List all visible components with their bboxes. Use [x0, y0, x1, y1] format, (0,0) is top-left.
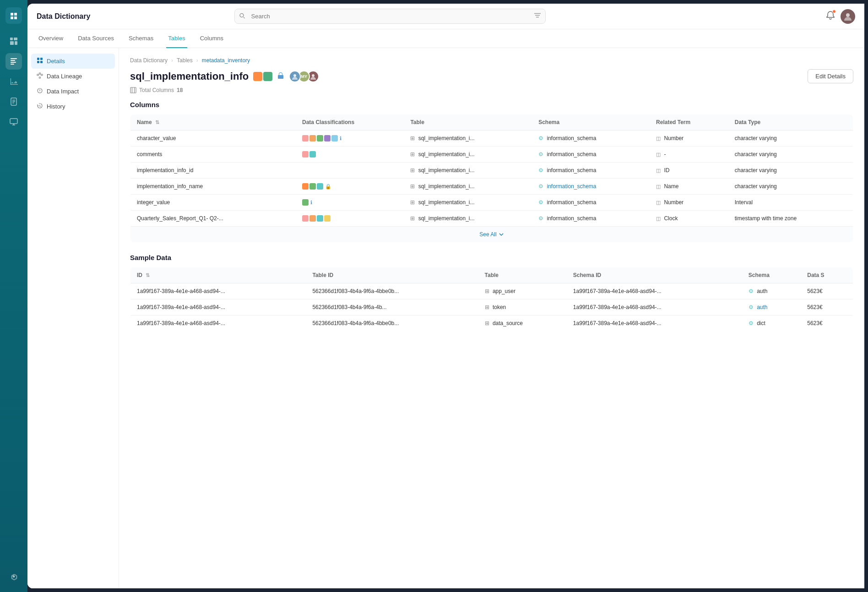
svg-rect-7 [11, 64, 14, 65]
nav-icon-monitor[interactable] [5, 114, 22, 130]
table-icon: ⊞ [485, 320, 489, 326]
cell-name: comments [130, 147, 296, 163]
table-icon: ⊞ [410, 183, 415, 190]
cell-data-type: character varying [728, 130, 853, 147]
total-cols-label: Total Columns [139, 87, 174, 93]
header-actions [826, 9, 855, 24]
table-icon: ⊞ [485, 288, 489, 294]
color-dot [317, 215, 323, 222]
svg-rect-2 [10, 41, 14, 45]
sample-data-heading: Sample Data [130, 254, 853, 261]
tag-green [263, 72, 272, 81]
nav-icon-dashboard[interactable] [5, 33, 22, 49]
breadcrumb-sep-1: › [196, 57, 198, 64]
tab-data-sources[interactable]: Data Sources [76, 29, 116, 48]
rel-term-icon: ◫ [656, 136, 661, 141]
columns-table: Name ⇅ Data Classifications Table Schema… [130, 114, 853, 243]
color-dot [302, 183, 309, 190]
color-dot [309, 135, 316, 141]
page-header-left: sql_implementation_info MY [130, 71, 316, 82]
see-all-button[interactable]: See All [479, 231, 504, 238]
color-dot [302, 215, 309, 222]
nav-icon-reports[interactable] [5, 93, 22, 110]
tab-overview[interactable]: Overview [37, 29, 65, 48]
cell-schema: ⚙ information_schema [532, 163, 650, 179]
sample-cell-table-id: 562366d1f083-4b4a-9f6a-4b... [306, 299, 478, 315]
tab-schemas[interactable]: Schemas [127, 29, 155, 48]
tag-orange [253, 72, 262, 81]
color-dot [309, 183, 316, 190]
breadcrumb-item-0[interactable]: Data Dictionary [130, 57, 168, 64]
sample-cell-table: ⊞ token [478, 299, 567, 315]
filter-icon[interactable] [534, 12, 541, 20]
cell-table: ⊞ sql_implementation_i... [404, 130, 532, 147]
search-icon [239, 12, 245, 20]
nav-tabs: Overview Data Sources Schemas Tables Col… [27, 29, 864, 48]
table-icon: ⊞ [410, 135, 415, 141]
svg-point-13 [240, 13, 244, 17]
schema-link[interactable]: information_schema [547, 183, 596, 190]
sidebar-item-data-lineage[interactable]: Data Lineage [31, 69, 115, 84]
tab-columns[interactable]: Columns [198, 29, 225, 48]
breadcrumb-sep-0: › [171, 57, 173, 64]
notifications-button[interactable] [826, 11, 835, 22]
col-header-related-term: Related Term [650, 114, 728, 130]
color-dot [302, 151, 309, 158]
svg-rect-1 [14, 38, 17, 40]
user-avatar[interactable] [841, 9, 855, 24]
col-header-classifications: Data Classifications [296, 114, 404, 130]
cell-name: implementation_info_id [130, 163, 296, 179]
sidebar-item-details[interactable]: Details [31, 54, 115, 69]
edit-details-button[interactable]: Edit Details [808, 69, 853, 83]
data-impact-icon [37, 87, 43, 95]
svg-rect-5 [11, 60, 15, 61]
sample-cell-table: ⊞ data_source [478, 315, 567, 331]
page-title: sql_implementation_info [130, 71, 249, 82]
details-icon [37, 57, 43, 65]
sample-cell-id: 1a99f167-389a-4e1e-a468-asd94-... [130, 283, 306, 299]
cell-schema: ⚙ information_schema [532, 179, 650, 195]
sidebar-item-details-label: Details [47, 58, 65, 65]
col-header-table: Table [404, 114, 532, 130]
svg-rect-6 [11, 62, 16, 63]
svg-rect-22 [39, 77, 41, 78]
nav-icon-analytics[interactable] [5, 73, 22, 90]
sample-cell-table-id: 562366d1f083-4b4a-9f6a-4bbe0b... [306, 315, 478, 331]
svg-rect-9 [12, 100, 15, 101]
breadcrumb-item-1[interactable]: Tables [177, 57, 193, 64]
see-all-row: See All [130, 227, 853, 243]
tab-tables[interactable]: Tables [166, 29, 187, 48]
cell-name: character_value [130, 130, 296, 147]
breadcrumb-item-2[interactable]: metadata_inventory [202, 57, 250, 64]
nav-icon-data-dict[interactable] [5, 53, 22, 70]
sample-cell-schema: ⚙ auth [742, 283, 801, 299]
sidebar-item-history[interactable]: History [31, 99, 115, 114]
main-wrapper: Data Dictionary Overview Data Sources Sc… [27, 4, 864, 588]
content-area: Data Dictionary › Tables › metadata_inve… [119, 48, 864, 588]
sample-col-header-table: Table [478, 267, 567, 283]
svg-rect-20 [41, 74, 43, 76]
table-icon: ⊞ [410, 199, 415, 206]
sample-schema-link[interactable]: auth [757, 304, 767, 310]
color-dot [309, 151, 316, 158]
sidebar-item-data-impact[interactable]: Data Impact [31, 84, 115, 99]
svg-rect-19 [37, 74, 38, 76]
sample-cell-data-s: 5623€ [801, 283, 853, 299]
cell-data-type: character varying [728, 147, 853, 163]
cell-related-term: ◫ Clock [650, 211, 728, 227]
cell-name: Quarterly_Sales_Report_Q1- Q2-... [130, 211, 296, 227]
color-dot [317, 183, 323, 190]
sample-cell-schema: ⚙ auth [742, 299, 801, 315]
total-columns-info: Total Columns 18 [130, 87, 853, 93]
cell-classifications [296, 147, 404, 163]
sample-col-header-id[interactable]: ID ⇅ [130, 267, 306, 283]
svg-rect-4 [11, 58, 17, 59]
top-header: Data Dictionary [27, 4, 864, 29]
columns-icon [130, 87, 136, 93]
logo[interactable] [5, 7, 22, 24]
nav-icon-settings[interactable] [5, 568, 22, 585]
search-input[interactable] [234, 9, 546, 24]
cell-schema: ⚙ information_schema [532, 195, 650, 211]
col-header-name[interactable]: Name ⇅ [130, 114, 296, 130]
sample-col-header-table-id: Table ID [306, 267, 478, 283]
